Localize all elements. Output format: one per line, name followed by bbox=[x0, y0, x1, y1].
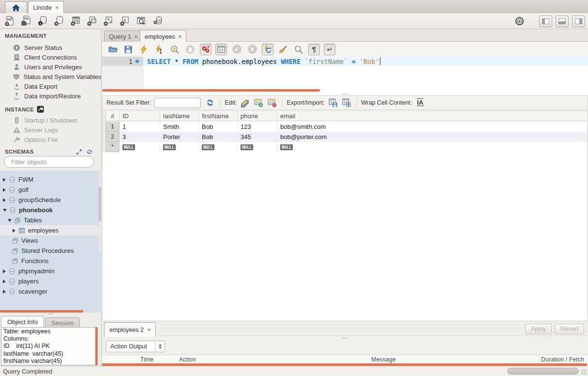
column-header-duration[interactable]: Duration / Fetch bbox=[539, 355, 588, 363]
column-header-firstname[interactable]: firstName bbox=[199, 111, 238, 121]
tree-item-schema-golf[interactable]: golf bbox=[0, 185, 102, 195]
output-selector[interactable]: Action Output bbox=[106, 341, 165, 352]
tree-item-schema-scavenger[interactable]: scavenger bbox=[0, 286, 102, 297]
result-filter-input[interactable] bbox=[154, 98, 201, 108]
create-function-icon[interactable]: {) bbox=[119, 15, 131, 27]
tree-item-views-folder[interactable]: Views bbox=[0, 235, 102, 246]
tree-item-functions-folder[interactable]: Functions bbox=[0, 256, 102, 266]
create-table-icon[interactable] bbox=[70, 15, 81, 27]
cell-id[interactable]: 3 bbox=[120, 132, 160, 142]
create-view-icon[interactable] bbox=[86, 15, 98, 27]
wrap-content-icon[interactable]: ΙA bbox=[415, 97, 425, 108]
sidebar-item-data-import[interactable]: Data Import/Restore bbox=[0, 91, 101, 101]
status-indicator-icon[interactable] bbox=[513, 16, 525, 27]
sidebar-item-startup-shutdown[interactable]: Startup / Shutdown bbox=[0, 115, 101, 125]
tab-object-info[interactable]: Object Info bbox=[1, 316, 44, 328]
column-header-time[interactable]: Time bbox=[138, 355, 177, 363]
close-icon[interactable]: × bbox=[55, 4, 59, 11]
cell-null[interactable]: NULL bbox=[199, 142, 238, 152]
tab-session[interactable]: Session bbox=[45, 317, 80, 328]
editor-results-splitter[interactable] bbox=[102, 92, 588, 95]
schema-filter-input[interactable] bbox=[11, 158, 96, 166]
insert-row[interactable]: * NULL NULL NULL NULL NULL bbox=[103, 142, 588, 152]
tree-item-table-employees[interactable]: employees bbox=[0, 225, 102, 235]
clear-icon[interactable] bbox=[277, 44, 289, 55]
column-header-rownum[interactable]: # bbox=[106, 111, 120, 121]
show-invisibles-button[interactable]: ¶ bbox=[308, 44, 320, 55]
column-header-message[interactable]: Message bbox=[369, 355, 539, 363]
close-icon[interactable]: × bbox=[178, 33, 182, 40]
bottom-scrollbar-thumb[interactable] bbox=[507, 368, 579, 375]
editor-horizontal-scrollbar[interactable] bbox=[102, 89, 320, 92]
toggle-stop-on-error-button[interactable] bbox=[200, 44, 211, 55]
cell-null[interactable]: NULL bbox=[277, 142, 588, 152]
execute-current-icon[interactable] bbox=[153, 44, 165, 55]
tab-query-1[interactable]: Query 1 × bbox=[104, 31, 143, 42]
close-icon[interactable]: × bbox=[147, 326, 151, 333]
schema-inspector-icon[interactable]: i bbox=[37, 15, 48, 27]
sidebar-item-client-connections[interactable]: Client Connections bbox=[0, 52, 101, 62]
sql-code-line[interactable]: SELECT * FROM phonebook.employees WHERE … bbox=[143, 57, 588, 66]
home-tab[interactable] bbox=[5, 1, 27, 13]
expand-icon[interactable] bbox=[76, 149, 82, 155]
result-grid-toggle-button[interactable] bbox=[215, 44, 227, 55]
table-row[interactable]: 2 3 Porter Bob 345 bob@porter.com bbox=[103, 132, 588, 142]
sql-editor[interactable]: SELECT * FROM phonebook.employees WHERE … bbox=[102, 57, 588, 89]
cell-email[interactable]: bob@smith.com bbox=[277, 122, 588, 132]
close-icon[interactable]: × bbox=[134, 33, 138, 40]
sidebar-item-server-logs[interactable]: Server Logs bbox=[0, 125, 101, 135]
refresh-icon[interactable] bbox=[205, 97, 215, 108]
result-tab-employees-2[interactable]: employees 2 × bbox=[104, 322, 156, 337]
stop-icon[interactable] bbox=[184, 44, 196, 55]
column-header-email[interactable]: email bbox=[277, 111, 588, 121]
object-info-scrollbar[interactable] bbox=[95, 327, 97, 365]
toggle-left-sidebar-button[interactable] bbox=[539, 16, 552, 27]
cell-null[interactable]: NULL bbox=[238, 142, 277, 152]
toggle-right-sidebar-button[interactable] bbox=[572, 16, 585, 27]
create-schema-icon[interactable] bbox=[53, 15, 65, 27]
column-header-phone[interactable]: phone bbox=[238, 111, 277, 121]
tree-scrollbar[interactable] bbox=[99, 173, 101, 251]
cell-phone[interactable]: 123 bbox=[238, 122, 277, 132]
toggle-bottom-panel-button[interactable] bbox=[556, 16, 569, 27]
tree-item-schema-groupschedule[interactable]: groupSchedule bbox=[0, 195, 102, 205]
cell-phone[interactable]: 345 bbox=[238, 132, 277, 142]
cell-lastname[interactable]: Porter bbox=[160, 132, 199, 142]
sidebar-item-options-file[interactable]: Options File bbox=[0, 135, 101, 144]
create-procedure-icon[interactable] bbox=[103, 15, 114, 27]
column-header-lastname[interactable]: lastName bbox=[160, 111, 199, 121]
cell-firstname[interactable]: Bob bbox=[199, 132, 238, 142]
tab-employees[interactable]: employees × bbox=[140, 30, 186, 42]
rollback-icon[interactable]: ✕ bbox=[246, 44, 258, 55]
tree-item-stored-procedures-folder[interactable]: Stored Procedures bbox=[0, 246, 102, 256]
wrap-text-button[interactable]: ↵ bbox=[324, 44, 335, 55]
toggle-autocommit-button[interactable] bbox=[262, 44, 273, 55]
cell-email[interactable]: bob@porter.com bbox=[277, 132, 588, 142]
output-splitter[interactable] bbox=[102, 338, 588, 339]
tree-item-schema-phpmyadmin[interactable]: phpmyadmin bbox=[0, 266, 102, 276]
tree-item-schema-players[interactable]: players bbox=[0, 276, 102, 286]
column-header-id[interactable]: ID bbox=[120, 111, 160, 121]
sidebar-item-users-privileges[interactable]: Users and Privileges bbox=[0, 62, 101, 72]
explain-icon[interactable] bbox=[169, 44, 181, 55]
revert-button[interactable]: Revert bbox=[555, 324, 584, 334]
table-row[interactable]: 1 1 Smith Bob 123 bob@smith.com bbox=[103, 122, 588, 132]
refresh-icon[interactable] bbox=[86, 149, 93, 155]
new-sql-tab-icon[interactable]: SQL bbox=[4, 15, 15, 27]
apply-button[interactable]: Apply bbox=[525, 324, 552, 334]
cell-null[interactable]: NULL bbox=[120, 142, 160, 152]
insert-row-icon[interactable] bbox=[253, 97, 264, 108]
sidebar-item-data-export[interactable]: Data Export bbox=[0, 81, 101, 91]
cell-id[interactable]: 1 bbox=[120, 122, 160, 132]
import-recordset-icon[interactable] bbox=[341, 97, 352, 108]
sidebar-splitter[interactable] bbox=[0, 313, 101, 314]
spinner-arrows-icon[interactable] bbox=[155, 341, 165, 352]
find-icon[interactable] bbox=[293, 44, 304, 55]
commit-icon[interactable]: ✓ bbox=[231, 44, 242, 55]
window-resize-grip[interactable] bbox=[581, 369, 587, 375]
export-recordset-icon[interactable] bbox=[328, 97, 338, 108]
open-sql-script-icon[interactable]: SQL bbox=[20, 15, 32, 27]
sidebar-item-system-variables[interactable]: Status and System Variables bbox=[0, 72, 101, 81]
tree-item-schema-fwm[interactable]: FWM bbox=[0, 174, 102, 185]
tree-horizontal-scrollbar[interactable] bbox=[0, 310, 83, 313]
